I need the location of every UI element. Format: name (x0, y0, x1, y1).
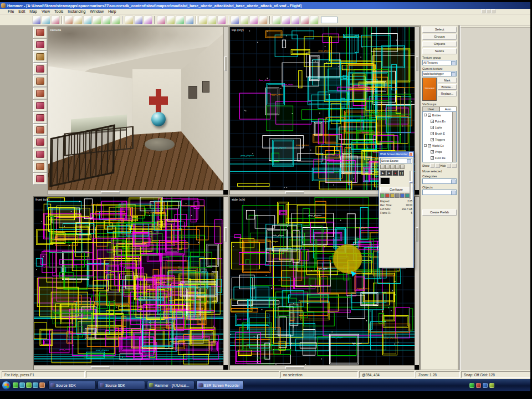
apply-current-texture-tool-button[interactable] (33, 100, 47, 111)
visgroup-checkbox[interactable]: ✓ (431, 132, 434, 135)
open-icon[interactable] (42, 16, 50, 24)
vertical-scrollbar[interactable] (415, 27, 419, 190)
horizontal-scrollbar[interactable] (48, 190, 223, 195)
ie-icon[interactable] (13, 382, 18, 388)
carve-icon[interactable] (64, 16, 73, 24)
visgroup-row[interactable]: -✓Entities (423, 112, 456, 118)
outlook-icon[interactable] (19, 382, 25, 388)
updates-icon[interactable] (489, 383, 494, 388)
viewport-3d[interactable]: camera (48, 27, 228, 195)
visgroup-checkbox[interactable]: ✓ (428, 144, 431, 147)
recorder-tray-icon[interactable] (469, 383, 474, 388)
select-touching-icon[interactable] (185, 16, 194, 24)
tree-expander-icon[interactable]: - (424, 144, 427, 147)
play-icon[interactable]: ▶ (380, 170, 386, 176)
title-bar[interactable]: Hammer - [A:\Unsal\Steam\steamapps\space… (0, 2, 532, 9)
grid-size-dropdown[interactable] (321, 17, 337, 23)
mdi-restore-icon[interactable] (486, 9, 490, 13)
recorder-tool-icon[interactable] (385, 165, 390, 169)
horizontal-scrollbar[interactable] (34, 365, 223, 370)
visgroup-tab-user[interactable]: User (422, 106, 439, 111)
taskbar-button-0[interactable]: Source SDK (48, 381, 96, 390)
recorder-tool-icon[interactable] (395, 165, 400, 169)
displacement-mask-icon[interactable] (231, 16, 239, 24)
recorder-close-icon[interactable]: x (409, 152, 413, 156)
overlay-tool-button[interactable] (33, 124, 47, 136)
mode-groups-button[interactable]: Groups (422, 34, 457, 40)
record-icon[interactable]: ● (392, 170, 398, 176)
vertical-scrollbar[interactable] (415, 197, 419, 365)
texture-group-dropdown[interactable]: All Textures (422, 60, 457, 65)
visgroup-scrollbar[interactable] (452, 112, 456, 162)
viewport-front-2d[interactable]: prop_staticprop_physicsprop_staticinfo_p… (33, 196, 228, 370)
create-prefab-button[interactable]: Create Prefab (422, 209, 457, 216)
entity-report-icon[interactable] (291, 16, 300, 24)
taskbar-button-3[interactable]: BSR Screen Recorder (196, 381, 244, 390)
visgroup-row[interactable]: ✓Func De (423, 155, 456, 161)
visgroup-row[interactable]: -✓World Ge (423, 142, 456, 149)
visgroup-checkbox[interactable]: ✓ (431, 156, 434, 160)
visgroup-checkbox[interactable]: ✓ (431, 138, 434, 141)
replace-button[interactable]: Replace... (438, 91, 457, 96)
recorder-source-dropdown[interactable]: Select Source (380, 158, 412, 163)
option-icon[interactable] (390, 193, 395, 198)
visgroup-row[interactable]: ✓Point En (423, 118, 456, 124)
visgroup-row[interactable]: ✓Brush E (423, 130, 456, 136)
cordon-edit-icon[interactable] (166, 16, 175, 24)
hide-all-button[interactable] (452, 163, 457, 168)
mode-objects-button[interactable]: Objects (422, 41, 457, 47)
clipping-tool-button[interactable] (33, 136, 47, 148)
menu-edit[interactable]: Edit (16, 9, 27, 13)
texture-application-tool-button[interactable] (33, 88, 47, 99)
entity-gallery-icon[interactable] (300, 16, 309, 24)
visgroup-checkbox[interactable]: ✓ (431, 150, 434, 154)
grid-toggle-icon[interactable] (259, 16, 268, 24)
mark-button[interactable]: Mark (438, 78, 457, 83)
option-icon[interactable] (385, 193, 390, 198)
vertex-tool-button[interactable] (33, 149, 47, 160)
camera-tool-button[interactable] (33, 51, 47, 63)
texture-scale-lock-icon[interactable] (217, 16, 226, 24)
objects-dropdown[interactable] (422, 190, 457, 195)
visgroup-tab-auto[interactable]: Auto (439, 106, 457, 111)
block-tool-button[interactable] (33, 75, 47, 87)
entity-tool-button[interactable] (33, 63, 47, 75)
menu-map[interactable]: Map (27, 9, 39, 13)
option-icon[interactable] (395, 193, 400, 198)
hide-selected-icon[interactable] (102, 16, 111, 24)
mode-solids-button[interactable]: Solids (422, 48, 457, 54)
recorder-tool-icon[interactable] (400, 165, 405, 169)
messages-icon[interactable] (310, 16, 319, 24)
menu-view[interactable]: View (39, 9, 52, 13)
configure-button[interactable]: Configure (380, 187, 412, 192)
visgroup-row[interactable]: ✓Triggers (423, 136, 456, 142)
categories-dropdown[interactable] (422, 178, 457, 184)
run-map-icon[interactable] (282, 16, 290, 24)
ungroup-icon[interactable] (83, 16, 92, 24)
menu-instancing[interactable]: Instancing (65, 9, 88, 13)
decal-tool-button[interactable] (33, 112, 47, 124)
new-icon[interactable] (32, 16, 41, 24)
option-icon[interactable] (380, 193, 385, 198)
recorder-window[interactable]: BSR Screen Recorder x Select Source ▶ ■ … (378, 151, 414, 268)
recorder-tool-icon[interactable] (390, 165, 395, 169)
show-all-icon[interactable] (125, 16, 134, 24)
visgroup-checkbox[interactable]: ✓ (431, 120, 434, 123)
recorder-tool-icon[interactable] (380, 165, 385, 169)
menu-tools[interactable]: Tools (52, 9, 65, 13)
stop-icon[interactable]: ■ (386, 170, 392, 176)
taskbar-button-1[interactable]: Source SDK (98, 381, 145, 390)
visgroup-checkbox[interactable]: ✓ (431, 126, 434, 129)
show-button[interactable] (430, 163, 435, 168)
menu-file[interactable]: File (6, 9, 16, 13)
start-button[interactable] (2, 381, 11, 390)
selection-tool-button[interactable] (33, 27, 47, 38)
menu-help[interactable]: Help (106, 9, 118, 13)
volume-slider[interactable] (410, 171, 412, 200)
visgroup-row[interactable]: ✓Lights (423, 124, 456, 130)
show-all-button[interactable] (435, 163, 440, 168)
morph-tool-button[interactable] (33, 161, 47, 172)
vertical-scrollbar[interactable] (223, 197, 228, 365)
menu-window[interactable]: Window (88, 9, 106, 13)
save-icon[interactable] (51, 16, 60, 24)
